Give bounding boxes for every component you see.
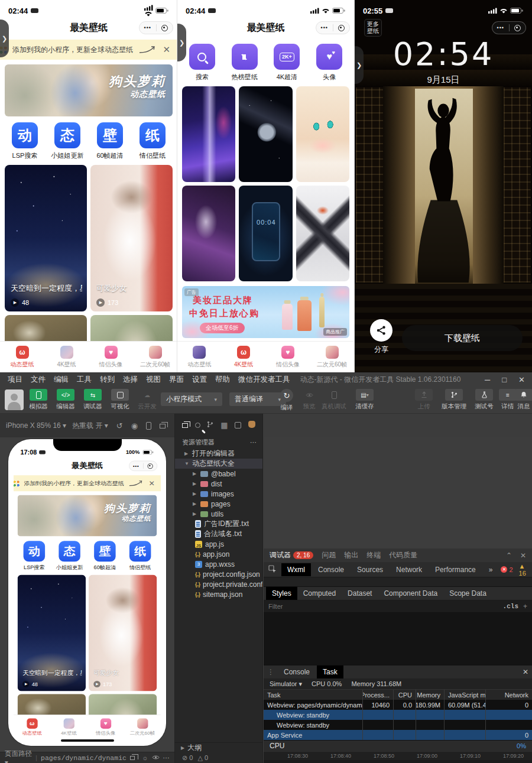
quick-entry-couple[interactable]: 纸情侣壁纸: [133, 122, 172, 160]
files-icon[interactable]: [182, 421, 188, 430]
tree-file-sitemap[interactable]: {..}sitemap.json: [175, 589, 262, 599]
editor-toggle[interactable]: </>编辑器: [52, 389, 79, 411]
close-icon[interactable]: ✕: [163, 44, 170, 55]
wallpaper-card-girl[interactable]: 可爱少女 ▶173: [89, 575, 157, 691]
tab-anime-60fps[interactable]: 二次元60帧: [137, 346, 174, 369]
tab-dynamic-wallpaper[interactable]: ω动态壁纸: [17, 718, 48, 736]
menu-goto[interactable]: 转到: [96, 375, 119, 385]
quick-entry-60fps[interactable]: 壁60帧超清: [90, 122, 129, 160]
tree-folder-dist[interactable]: ▶dist: [175, 479, 262, 489]
wallpaper-card-girl[interactable]: 可爱少女 ▶173: [90, 165, 173, 311]
tab-console[interactable]: Console: [312, 563, 350, 576]
tab-component-data[interactable]: Component Data: [378, 587, 443, 600]
tree-folder-images[interactable]: ▶images: [175, 489, 262, 499]
wechat-capsule[interactable]: •••: [139, 21, 173, 34]
quick-entry-couple[interactable]: 纸情侣壁纸: [124, 541, 157, 571]
wallpaper-thumb-x-gaming[interactable]: [296, 186, 349, 281]
close-icon[interactable]: ✕: [149, 479, 155, 488]
tab-dynamic-wallpaper[interactable]: ω动态壁纸: [4, 346, 41, 369]
tab-scope-data[interactable]: Scope Data: [443, 587, 492, 600]
tab-anime-60fps[interactable]: 二次元60帧: [313, 346, 351, 369]
maximize-button[interactable]: □: [502, 375, 507, 384]
version-control-button[interactable]: 版本管理: [437, 389, 471, 411]
hero-banner[interactable]: 狗头萝莉 动态壁纸: [18, 495, 157, 537]
debugger-toggle[interactable]: ⇆调试器: [79, 389, 106, 411]
hand-tool-icon[interactable]: [248, 421, 255, 430]
tree-open-editors[interactable]: ▶打开的编辑器: [175, 449, 262, 459]
compile-condition-icon[interactable]: ☼: [142, 754, 148, 761]
simulator-filter[interactable]: Simulator ▾: [270, 680, 302, 688]
tab-wxml[interactable]: Wxml: [281, 563, 311, 576]
drag-handle-icon[interactable]: ⋮: [267, 668, 274, 676]
messages-button[interactable]: 消息: [515, 389, 532, 411]
tab-couple-avatar[interactable]: ♥情侣头像: [92, 346, 130, 369]
wallpaper-thumb-anime-girl[interactable]: [296, 86, 349, 182]
add-to-miniprogram-banner[interactable]: 添加到我的小程序，更新全球动态壁纸 ✕: [14, 475, 161, 491]
tree-folder-pages[interactable]: ▶pages: [175, 499, 262, 509]
device-selector[interactable]: iPhone X 85% 16 ▾: [6, 421, 66, 430]
quick-entry-search[interactable]: 搜索: [183, 44, 222, 82]
tab-couple-avatar[interactable]: ♥情侣头像: [269, 346, 307, 369]
close-panel-icon[interactable]: ✕: [520, 551, 526, 560]
menu-interface[interactable]: 界面: [165, 375, 188, 385]
tab-4k-wallpaper[interactable]: 4K壁纸: [53, 718, 85, 736]
tab-network[interactable]: Network: [390, 563, 428, 576]
add-style-icon[interactable]: +: [523, 602, 527, 611]
search-icon[interactable]: [195, 423, 200, 428]
menu-project[interactable]: 项目: [4, 375, 27, 385]
tab-problems[interactable]: 问题: [322, 550, 336, 560]
menu-help[interactable]: 帮助: [211, 375, 234, 385]
menu-select[interactable]: 选择: [119, 375, 142, 385]
tree-folder-babel[interactable]: ▶@babel: [175, 469, 262, 479]
quick-entry-lsp-search[interactable]: 动LSP搜索: [5, 122, 44, 160]
more-tabs-chevron[interactable]: »: [483, 563, 499, 576]
tab-couple-avatar[interactable]: ♥情侣头像: [90, 718, 121, 736]
tab-dynamic-wallpaper[interactable]: 动态壁纸: [180, 346, 218, 369]
cloud-dev-button[interactable]: ☁云开发: [134, 389, 161, 411]
collapse-icon[interactable]: ⌃: [506, 551, 512, 560]
quick-entry-hot-wallpaper[interactable]: 热榜壁纸: [225, 44, 264, 82]
wechat-capsule[interactable]: •••: [129, 461, 157, 471]
upload-button[interactable]: 上传: [410, 389, 437, 411]
menu-edit[interactable]: 编辑: [50, 375, 73, 385]
device-frame-icon[interactable]: [146, 422, 151, 430]
more-wallpapers-badge[interactable]: 更多壁纸: [364, 19, 382, 37]
quick-entry-avatar[interactable]: ♥头像: [310, 44, 349, 82]
hero-banner[interactable]: 狗头萝莉 动态壁纸: [5, 64, 173, 116]
minimize-button[interactable]: ─: [485, 375, 490, 384]
tab-4k-wallpaper[interactable]: 4K壁纸: [48, 346, 86, 369]
tree-project-root[interactable]: ▼动态壁纸大全: [175, 459, 262, 469]
close-drawer-icon[interactable]: ✕: [523, 668, 528, 676]
wallpaper-thumb-phone[interactable]: 00:04: [239, 186, 292, 281]
quick-entry-lsp-search[interactable]: 动LSP搜索: [18, 541, 50, 571]
outline-section[interactable]: ▶大纲: [175, 742, 262, 753]
tree-file-app-js[interactable]: JSapp.js: [175, 539, 262, 549]
hot-reload-toggle[interactable]: 热重载 开 ▾: [72, 421, 108, 431]
page-path-dropdown[interactable]: 页面路径 ▾: [5, 749, 32, 763]
task-row-webview-standby[interactable]: Webview: standby: [264, 710, 532, 720]
tab-sources[interactable]: Sources: [351, 563, 389, 576]
tab-terminal[interactable]: 终端: [366, 550, 381, 560]
tab-code-quality[interactable]: 代码质量: [389, 550, 417, 560]
wallpaper-thumb-planet[interactable]: [239, 86, 292, 182]
rotate-icon[interactable]: ↺: [116, 421, 123, 430]
quick-entry-girls-update[interactable]: 态小姐姐更新: [48, 122, 87, 160]
device-debug-button[interactable]: 真机调试: [318, 389, 350, 411]
share-button[interactable]: 分享: [370, 319, 392, 355]
warning-count[interactable]: ▲ 16: [519, 563, 526, 577]
tab-dataset[interactable]: Dataset: [342, 587, 378, 600]
floating-back-handle[interactable]: ❯: [355, 46, 364, 84]
task-row-app-service[interactable]: App Service0: [264, 730, 532, 740]
wallpaper-thumb-cyberpunk[interactable]: [182, 86, 235, 182]
task-row-webview-dynamic[interactable]: Webview: pages/dynamic/dynamic104600.018…: [264, 700, 532, 710]
quick-entry-60fps[interactable]: 壁60帧超清: [89, 541, 121, 571]
preview-eye-icon[interactable]: [152, 754, 160, 761]
tab-performance[interactable]: Performance: [429, 563, 482, 576]
quick-entry-4k[interactable]: 2K+4K超清: [267, 44, 306, 82]
menu-file[interactable]: 文件: [27, 375, 50, 385]
avatar[interactable]: [5, 389, 24, 410]
tab-styles[interactable]: Styles: [266, 587, 297, 600]
record-icon[interactable]: ◉: [131, 421, 138, 430]
clear-cache-button[interactable]: ▤ ▾清缓存: [350, 389, 379, 411]
tab-debugger[interactable]: 调试器2, 16: [270, 550, 313, 560]
